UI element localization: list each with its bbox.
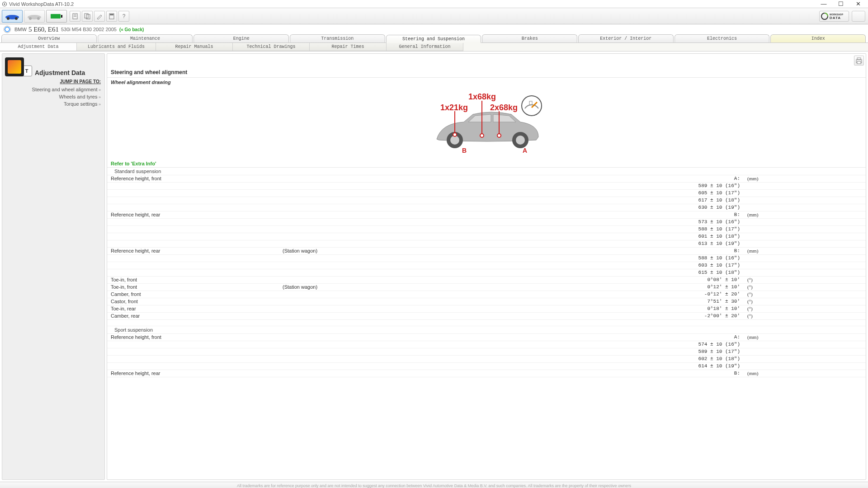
- param-unit: (°): [744, 313, 866, 319]
- maximize-button[interactable]: ☐: [835, 0, 846, 7]
- tab-index[interactable]: Index: [770, 34, 866, 42]
- tab-transmission[interactable]: Transmission: [290, 34, 385, 42]
- toolbar-tool-2[interactable]: [82, 11, 93, 22]
- param-value: 603 ± 10 (17"): [401, 262, 744, 269]
- extra-info-link[interactable]: Refer to 'Extra Info': [107, 160, 866, 168]
- make-label: BMW: [14, 27, 27, 32]
- svg-rect-9: [61, 15, 62, 18]
- svg-point-7: [37, 17, 40, 20]
- param-value: -2°00' ± 20': [401, 313, 744, 319]
- svg-text:DATA: DATA: [830, 16, 841, 20]
- diagram-weight-2: 1x68kg: [468, 92, 496, 101]
- svg-rect-16: [110, 14, 113, 15]
- param-value: B:: [401, 211, 744, 218]
- data-row: Toe-in, rear0°18' ± 10'(°): [107, 305, 866, 313]
- toolbar-battery-button[interactable]: [46, 10, 67, 23]
- param-note: [279, 305, 401, 312]
- param-unit: (°): [744, 291, 866, 298]
- param-value: -0°12' ± 20': [401, 291, 744, 298]
- tab-electronics[interactable]: Electronics: [675, 34, 770, 42]
- param-value: 574 ± 10 (16"): [401, 341, 744, 348]
- subtab-adjustment-data[interactable]: Adjustment Data: [0, 43, 77, 51]
- param-value: 0°08' ± 10': [401, 277, 744, 283]
- tab-brakes[interactable]: Brakes: [482, 34, 577, 42]
- param-label: Castor, front: [107, 298, 279, 305]
- param-value: 614 ± 10 (19"): [401, 363, 744, 370]
- param-label: Toe-in, rear: [107, 305, 279, 312]
- toolbar-tool-1[interactable]: [70, 11, 80, 22]
- sidebar-header: T Adjustment Data: [2, 54, 104, 77]
- param-note: [279, 291, 401, 298]
- jump-link[interactable]: Steering and wheel alignment: [2, 86, 104, 93]
- subtab-lubricants-and-fluids[interactable]: Lubricants and Fluids: [77, 43, 156, 51]
- titlebar: Vivid WorkshopData ATI-10.2 — ☐ ✕: [0, 0, 868, 8]
- svg-point-3: [7, 17, 9, 20]
- brand-badge-2: [852, 11, 865, 22]
- param-unit: (mm): [744, 334, 866, 341]
- tab-exterior-interior[interactable]: Exterior / Interior: [578, 34, 674, 42]
- vehicle-header: BMW 5 E60, E61 530i M54 B30 2002 2005 («…: [0, 24, 868, 34]
- content-heading: Steering and wheel alignment: [107, 67, 866, 78]
- model-label: 5 E60, E61: [28, 26, 59, 33]
- param-note: [279, 211, 401, 218]
- data-row: 601 ± 10 (18"): [107, 233, 866, 240]
- tab-overview[interactable]: Overview: [1, 34, 97, 42]
- workshop-data-logo-icon: WORKSHOPDATA: [821, 12, 848, 21]
- tab-maintenance[interactable]: Maintenance: [98, 34, 193, 42]
- param-value: 605 ± 10 (17"): [401, 190, 744, 197]
- param-unit: (°): [744, 284, 866, 291]
- minimize-button[interactable]: —: [818, 0, 829, 7]
- subtab-general-information[interactable]: General Information: [387, 43, 463, 51]
- svg-point-30: [480, 134, 484, 137]
- param-label: Reference height, front: [107, 334, 279, 341]
- battery-icon: [50, 13, 63, 20]
- calc-icon: [108, 13, 115, 19]
- subtab-repair-manuals[interactable]: Repair Manuals: [156, 43, 233, 51]
- go-back-link[interactable]: (« Go back): [119, 27, 144, 32]
- subtab-technical-drawings[interactable]: Technical Drawings: [233, 43, 310, 51]
- data-row: 589 ± 10 (16"): [107, 183, 866, 190]
- param-value: 7°51' ± 30': [401, 298, 744, 305]
- param-unit: (mm): [744, 248, 866, 254]
- print-button[interactable]: [854, 56, 864, 66]
- toolbar-help-button[interactable]: ?: [118, 11, 129, 22]
- toolbar-tool-4[interactable]: [106, 11, 117, 22]
- jump-link[interactable]: Wheels and tyres: [2, 93, 104, 100]
- brand-badge: WORKSHOPDATA: [819, 11, 849, 22]
- diagram-weight-3: 2x68kg: [490, 103, 518, 112]
- diagram-axle-a: A: [523, 147, 527, 154]
- jump-link[interactable]: Torque settings: [2, 100, 104, 108]
- content-subheading: Wheel alignment drawing: [107, 78, 866, 87]
- section-title: Sport suspension: [107, 326, 866, 334]
- param-unit: (°): [744, 277, 866, 283]
- param-value: 601 ± 10 (18"): [401, 233, 744, 240]
- toolbar-vehicle-button[interactable]: [2, 10, 23, 23]
- data-row: Reference height, frontA:(mm): [107, 175, 866, 183]
- param-value: 0°12' ± 10': [401, 284, 744, 291]
- tab-engine[interactable]: Engine: [193, 34, 289, 42]
- param-note: [279, 370, 401, 377]
- param-label: Camber, rear: [107, 313, 279, 319]
- tab-steering-and-suspension[interactable]: Steering and Suspension: [386, 35, 481, 43]
- param-value: A:: [401, 175, 744, 182]
- content-scroll[interactable]: Steering and wheel alignment Wheel align…: [107, 54, 866, 479]
- toolbar-vehicle-alt-button[interactable]: [24, 10, 45, 23]
- data-row: 630 ± 10 (19"): [107, 204, 866, 211]
- param-label: Reference height, rear: [107, 370, 279, 377]
- wheel-alignment-diagram: 1x21kg 1x68kg 2x68kg B A: [107, 87, 866, 160]
- toolbar-tool-3[interactable]: [94, 11, 105, 22]
- data-row: 573 ± 10 (16"): [107, 219, 866, 226]
- close-button[interactable]: ✕: [853, 0, 863, 7]
- data-row: Reference height, rear(Station wagon)B:(…: [107, 248, 866, 255]
- adjustment-icon: [5, 57, 24, 76]
- param-label: Reference height, rear: [107, 211, 279, 218]
- param-unit: (°): [744, 305, 866, 312]
- workspace: T Adjustment Data JUMP IN PAGE TO: Steer…: [0, 52, 868, 482]
- param-value: B:: [401, 370, 744, 377]
- subtab-repair-times[interactable]: Repair Times: [310, 43, 387, 51]
- data-row: 613 ± 10 (19"): [107, 240, 866, 248]
- svg-point-28: [453, 133, 457, 136]
- param-label: Reference height, rear: [107, 248, 279, 254]
- data-row: Reference height, frontA:(mm): [107, 334, 866, 341]
- param-value: 589 ± 10 (16"): [401, 183, 744, 189]
